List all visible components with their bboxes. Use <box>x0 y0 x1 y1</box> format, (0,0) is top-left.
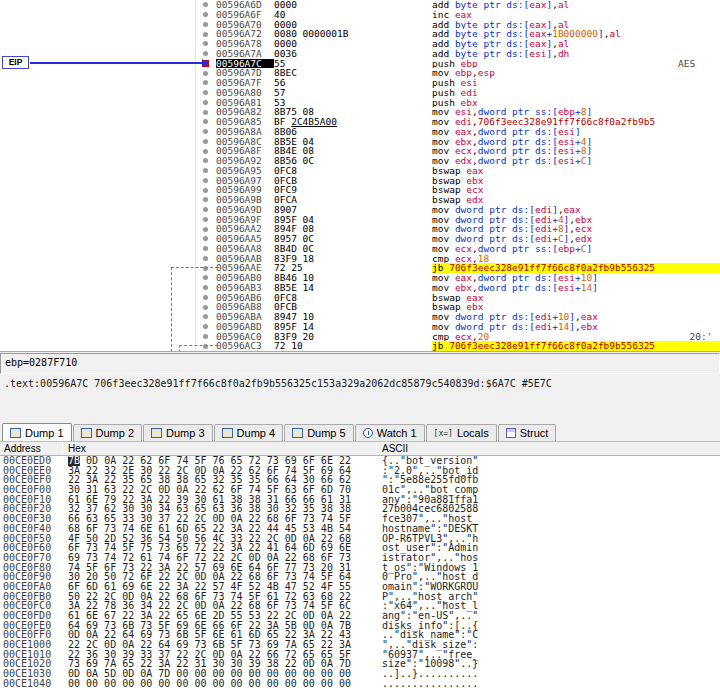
asm-row[interactable]: 00596A9F895F 04mov dword ptr ds:[edi+4],… <box>0 215 720 225</box>
asm-row[interactable]: 00596A828B75 08mov esi,dword ptr ss:[ebp… <box>0 107 720 117</box>
asm-row[interactable]: 00596A9B0FCAbswap edx <box>0 195 720 205</box>
asm-row[interactable]: 00596A7A0036add byte ptr ds:[esi],dh <box>0 49 720 59</box>
instruction-dot-icon[interactable] <box>203 90 208 95</box>
breakpoint-gutter[interactable] <box>196 68 216 78</box>
dump-pane[interactable]: 00CE0ED07B 0D 0A 22 62 6F 74 5F 76 65 72… <box>0 456 720 690</box>
breakpoint-gutter[interactable] <box>196 127 216 137</box>
asm-row[interactable]: 00596AA88B4D 0Cmov ecx,dword ptr ss:[ebp… <box>0 244 720 254</box>
breakpoint-gutter[interactable] <box>196 205 216 215</box>
breakpoint-gutter[interactable] <box>196 176 216 186</box>
asm-row[interactable]: 00596AA2894F 08mov dword ptr ds:[edi+8],… <box>0 224 720 234</box>
asm-row[interactable]: 00596A720080 0000001Badd byte ptr ds:[ea… <box>0 29 720 39</box>
breakpoint-gutter[interactable] <box>196 0 216 10</box>
asm-row[interactable]: 00596A6D0000add byte ptr ds:[eax],al <box>0 0 720 10</box>
breakpoint-gutter[interactable] <box>196 254 216 264</box>
asm-row[interactable]: 00596A700000add byte ptr ds:[eax],al <box>0 20 720 30</box>
instruction-dot-icon[interactable] <box>203 80 208 85</box>
asm-row[interactable]: 00596A9D8907mov dword ptr ds:[edi],eax <box>0 205 720 215</box>
instruction-dot-icon[interactable] <box>203 168 208 173</box>
breakpoint-gutter[interactable] <box>196 49 216 59</box>
asm-row[interactable]: 00596AC083F9 20cmp ecx,20 20:' ' <box>0 332 720 342</box>
instruction-dot-icon[interactable] <box>203 246 208 251</box>
dump-column-address[interactable]: Address <box>4 443 41 454</box>
asm-row[interactable]: 00596AA58957 0Cmov dword ptr ds:[edi+C],… <box>0 234 720 244</box>
instruction-dot-icon[interactable] <box>203 2 208 7</box>
asm-row[interactable]: 00596A780000add byte ptr ds:[eax],al <box>0 39 720 49</box>
tab-watch-1[interactable]: Watch 1 <box>355 424 425 441</box>
tab-dump-1[interactable]: Dump 1 <box>2 423 72 441</box>
asm-row[interactable]: 00596AB60FC8bswap eax <box>0 293 720 303</box>
instruction-dot-icon[interactable] <box>203 71 208 76</box>
breakpoint-gutter[interactable] <box>196 39 216 49</box>
dump-row[interactable]: 00CE104000 00 00 00 00 00 00 00 00 00 00… <box>0 679 720 689</box>
breakpoint-gutter[interactable] <box>196 20 216 30</box>
breakpoint-gutter[interactable] <box>196 185 216 195</box>
breakpoint-gutter[interactable] <box>196 137 216 147</box>
breakpoint-gutter[interactable] <box>196 244 216 254</box>
breakpoint-gutter[interactable] <box>196 234 216 244</box>
breakpoint-gutter[interactable] <box>196 215 216 225</box>
breakpoint-gutter[interactable] <box>196 195 216 205</box>
breakpoint-gutter[interactable] <box>196 107 216 117</box>
instruction-dot-icon[interactable] <box>203 139 208 144</box>
instruction-dot-icon[interactable] <box>203 129 208 134</box>
asm-row[interactable]: 00596A970FCBbswap ebx <box>0 176 720 186</box>
asm-row[interactable]: 00596AB38B5E 14mov ebx,dword ptr ds:[esi… <box>0 283 720 293</box>
tab-locals[interactable]: [x=]Locals <box>426 424 497 441</box>
instruction-dot-icon[interactable] <box>203 12 208 17</box>
instruction-dot-icon[interactable] <box>203 236 208 241</box>
instruction-dot-icon[interactable] <box>203 178 208 183</box>
asm-row[interactable]: 00596A6F40inc eax <box>0 10 720 20</box>
instruction-dot-icon[interactable] <box>203 32 208 37</box>
dump-column-hex[interactable]: Hex <box>68 443 86 454</box>
asm-row[interactable]: 00596AAB83F9 18cmp ecx,18 <box>0 254 720 264</box>
asm-row[interactable]: 00596AB08B46 10mov eax,dword ptr ds:[esi… <box>0 273 720 283</box>
asm-row[interactable]: 00596A7F56push esi <box>0 78 720 88</box>
breakpoint-gutter[interactable] <box>196 88 216 98</box>
asm-row[interactable]: 00596A85BF 2C4B5A00mov edi,706f3eec328e9… <box>0 117 720 127</box>
instruction-dot-icon[interactable] <box>203 51 208 56</box>
instruction-dot-icon[interactable] <box>203 207 208 212</box>
breakpoint-gutter[interactable] <box>196 117 216 127</box>
instruction-dot-icon[interactable] <box>203 100 208 105</box>
instruction-dot-icon[interactable] <box>203 227 208 232</box>
instruction-dot-icon[interactable] <box>203 188 208 193</box>
instruction-dot-icon[interactable] <box>203 256 208 261</box>
instruction-dot-icon[interactable] <box>203 149 208 154</box>
asm-row[interactable]: 00596A7D8BECmov ebp,esp <box>0 68 720 78</box>
asm-row[interactable]: 00596A8057push edi <box>0 88 720 98</box>
breakpoint-gutter[interactable] <box>196 224 216 234</box>
breakpoint-gutter[interactable] <box>196 10 216 20</box>
instruction-dot-icon[interactable] <box>203 119 208 124</box>
tab-dump-3[interactable]: Dump 3 <box>143 424 213 441</box>
tab-dump-5[interactable]: Dump 5 <box>284 424 354 441</box>
instruction-dot-icon[interactable] <box>203 197 208 202</box>
tab-dump-2[interactable]: Dump 2 <box>73 424 143 441</box>
asm-row[interactable]: 00596A990FC9bswap ecx <box>0 185 720 195</box>
breakpoint-gutter[interactable] <box>196 156 216 166</box>
asm-row[interactable]: 00596A8A8B06mov eax,dword ptr ds:[esi] <box>0 127 720 137</box>
asm-row[interactable]: 00596AB80FCBbswap ebx <box>0 302 720 312</box>
instruction-dot-icon[interactable] <box>203 22 208 27</box>
tab-dump-4[interactable]: Dump 4 <box>214 424 284 441</box>
breakpoint-gutter[interactable] <box>196 146 216 156</box>
asm-row[interactable]: 00596A950FC8bswap eax <box>0 166 720 176</box>
breakpoint-gutter[interactable] <box>196 78 216 88</box>
asm-row[interactable]: 00596A8153push ebx <box>0 98 720 108</box>
asm-row[interactable]: 00596ABA8947 10mov dword ptr ds:[edi+10]… <box>0 312 720 322</box>
breakpoint-gutter[interactable] <box>196 29 216 39</box>
breakpoint-gutter[interactable] <box>196 166 216 176</box>
asm-row[interactable]: 00596AAE72 25jb 706f3eec328e91ff7f66c8f0… <box>0 263 720 273</box>
instruction-dot-icon[interactable] <box>203 41 208 46</box>
asm-row[interactable]: 00596AC372 10jb 706f3eec328e91ff7f66c8f0… <box>0 341 720 351</box>
instruction-dot-icon[interactable] <box>203 217 208 222</box>
asm-row[interactable]: 00596A8C8B5E 04mov ebx,dword ptr ds:[esi… <box>0 137 720 147</box>
disassembly-pane[interactable]: 00596A6D0000add byte ptr ds:[eax],al0059… <box>0 0 720 352</box>
instruction-dot-icon[interactable] <box>203 110 208 115</box>
breakpoint-gutter[interactable] <box>196 98 216 108</box>
dump-column-ascii[interactable]: ASCII <box>382 443 408 454</box>
asm-row[interactable]: 00596A928B56 0Cmov edx,dword ptr ds:[esi… <box>0 156 720 166</box>
asm-row[interactable]: 00596ABD895F 14mov dword ptr ds:[edi+14]… <box>0 322 720 332</box>
tab-struct[interactable]: Struct <box>498 424 557 441</box>
asm-row[interactable]: 00596A8F8B4E 08mov ecx,dword ptr ds:[esi… <box>0 146 720 156</box>
